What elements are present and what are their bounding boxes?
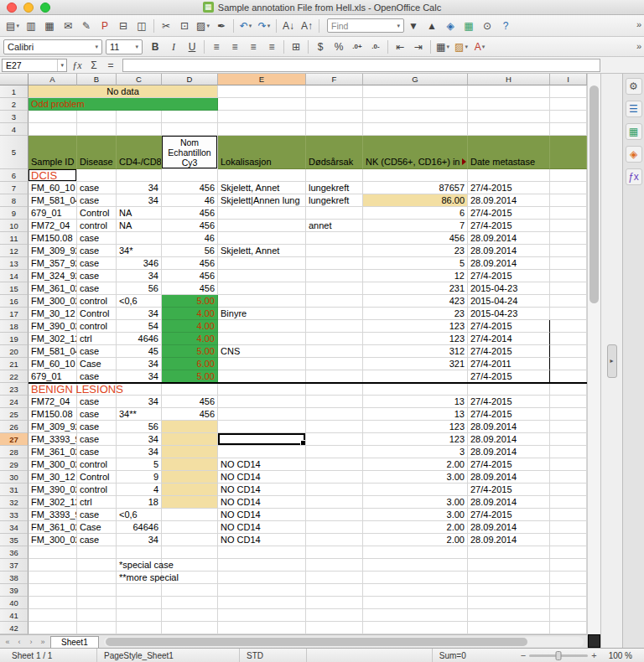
row-header-8[interactable]: 8 xyxy=(0,194,29,207)
cell-G1[interactable] xyxy=(363,85,468,98)
row-header-4[interactable]: 4 xyxy=(0,123,29,136)
cell-I14[interactable] xyxy=(550,270,587,282)
cell-H40[interactable] xyxy=(468,597,550,609)
cell-A16[interactable]: FM_300_02 xyxy=(29,295,77,308)
cell-D36[interactable] xyxy=(162,546,218,559)
cell-H11[interactable]: 28.09.2014 xyxy=(468,232,550,245)
row-header-16[interactable]: 16 xyxy=(0,295,29,308)
cell-F27[interactable] xyxy=(306,433,363,446)
cell-I33[interactable] xyxy=(550,509,587,521)
cell-F5[interactable]: Dødsårsak xyxy=(306,136,363,169)
cell-D31[interactable] xyxy=(162,484,218,496)
cell-C5[interactable]: CD4-/CD8- xyxy=(117,136,162,169)
bold-button[interactable]: B xyxy=(147,39,164,55)
cell-B5[interactable]: Disease xyxy=(77,136,117,169)
background-color-button[interactable]: ▨▾ xyxy=(453,39,470,55)
cell-F28[interactable] xyxy=(306,446,363,458)
cell-H10[interactable]: 27/4-2015 xyxy=(468,220,550,232)
cell-A33[interactable]: FM_3393_99 xyxy=(29,509,77,521)
cell-A28[interactable]: FM_361_02 xyxy=(29,446,77,458)
cell-H35[interactable]: 28.09.2014 xyxy=(468,534,550,546)
row-header-22[interactable]: 22 xyxy=(0,370,29,383)
cell-D20[interactable]: 5.00 xyxy=(162,345,218,358)
cell-I18[interactable] xyxy=(550,320,587,333)
cell-E7[interactable]: Skjelett, Annet xyxy=(218,182,306,194)
zoom-button[interactable]: ⊙ xyxy=(479,18,496,34)
cell-H38[interactable] xyxy=(468,571,550,584)
row-header-18[interactable]: 18 xyxy=(0,320,29,333)
cell-G2[interactable] xyxy=(363,98,468,111)
cell-A41[interactable] xyxy=(29,609,77,622)
column-header-E[interactable]: E xyxy=(218,74,306,85)
cell-A31[interactable]: FM_390_02 xyxy=(29,484,77,496)
cell-A23[interactable]: BENIGN LESIONS xyxy=(29,383,77,396)
sheet-tab-sheet1[interactable]: Sheet1 xyxy=(50,636,99,649)
borders-button[interactable]: ▦▾ xyxy=(434,39,451,55)
increase-indent-button[interactable]: ⇥ xyxy=(410,39,427,55)
cell-D5[interactable]: Nom Echantillon Cy3 xyxy=(162,136,218,169)
cell-E3[interactable] xyxy=(218,111,306,123)
cell-E19[interactable] xyxy=(218,333,306,345)
cell-I15[interactable] xyxy=(550,282,587,295)
cell-I22[interactable] xyxy=(550,370,587,383)
cell-I2[interactable] xyxy=(550,98,587,111)
cell-B14[interactable]: case xyxy=(77,270,117,282)
sidebar-settings-button[interactable]: ⚙ xyxy=(626,78,642,95)
cell-A8[interactable]: FM_581_04 xyxy=(29,194,77,207)
cell-F3[interactable] xyxy=(306,111,363,123)
cell-G42[interactable] xyxy=(363,622,468,634)
cell-E41[interactable] xyxy=(218,609,306,622)
minimize-button[interactable] xyxy=(23,3,34,13)
cell-F7[interactable]: lungekreft xyxy=(306,182,363,194)
cell-D29[interactable] xyxy=(162,458,218,471)
cell-B9[interactable]: Control xyxy=(77,207,117,220)
cell-B18[interactable]: control xyxy=(77,320,117,333)
close-button[interactable] xyxy=(7,3,17,13)
cell-G19[interactable]: 123 xyxy=(363,333,468,345)
column-header-C[interactable]: C xyxy=(117,74,162,85)
cell-F12[interactable] xyxy=(306,245,363,257)
functions-button[interactable]: ƒx xyxy=(626,168,642,185)
cell-C11[interactable] xyxy=(117,232,162,245)
cell-F32[interactable] xyxy=(306,496,363,509)
cell-C24[interactable]: 34 xyxy=(117,396,162,408)
cell-G24[interactable]: 13 xyxy=(363,396,468,408)
cell-F20[interactable] xyxy=(306,345,363,358)
cell-I31[interactable] xyxy=(550,484,587,496)
cell-F38[interactable] xyxy=(306,571,363,584)
row-header-41[interactable]: 41 xyxy=(0,609,29,622)
cut-button[interactable]: ✂ xyxy=(158,18,174,34)
row-header-20[interactable]: 20 xyxy=(0,345,29,358)
cell-I40[interactable] xyxy=(550,597,587,609)
cell-I25[interactable] xyxy=(550,408,587,421)
row-header-40[interactable]: 40 xyxy=(0,597,29,609)
cell-G8[interactable]: 86.00 xyxy=(363,194,468,207)
cell-C36[interactable] xyxy=(117,546,162,559)
cell-A5[interactable]: Sample ID xyxy=(29,136,77,169)
cell-C39[interactable] xyxy=(117,584,162,597)
help-button[interactable]: ? xyxy=(497,18,514,34)
cell-H21[interactable]: 27/4-2011 xyxy=(468,358,550,370)
cell-D33[interactable] xyxy=(162,509,218,521)
function-wizard-button[interactable]: ƒx xyxy=(70,59,85,72)
cell-F19[interactable] xyxy=(306,333,363,345)
cell-C16[interactable]: <0,6 xyxy=(117,295,162,308)
cell-G28[interactable]: 3 xyxy=(363,446,468,458)
cell-B35[interactable]: case xyxy=(77,534,117,546)
cell-D4[interactable] xyxy=(162,123,218,136)
cell-D10[interactable]: 456 xyxy=(162,220,218,232)
zoom-slider-thumb[interactable] xyxy=(556,651,562,660)
cell-D30[interactable] xyxy=(162,471,218,484)
next-sheet-button[interactable]: › xyxy=(25,636,37,647)
cell-G25[interactable]: 13 xyxy=(363,408,468,421)
sidebar-collapse-handle[interactable]: ▸ xyxy=(607,344,617,378)
italic-button[interactable]: I xyxy=(165,39,182,55)
cell-A39[interactable] xyxy=(29,584,77,597)
column-header-G[interactable]: G xyxy=(363,74,468,85)
row-header-7[interactable]: 7 xyxy=(0,182,29,194)
cell-B12[interactable]: case xyxy=(77,245,117,257)
cell-F29[interactable] xyxy=(306,458,363,471)
cell-I13[interactable] xyxy=(550,257,587,270)
cell-I6[interactable] xyxy=(550,169,587,182)
find-next-button[interactable]: ▼ xyxy=(405,18,422,34)
